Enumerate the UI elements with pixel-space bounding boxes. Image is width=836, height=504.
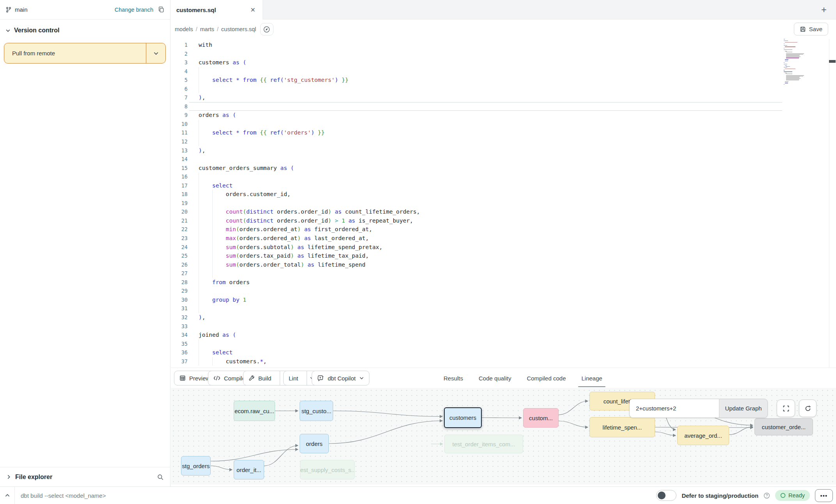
breadcrumb-file[interactable]: customers.sql [221,26,256,32]
lineage-canvas[interactable]: ecom.raw_cu...stg_custo...ordersstg_orde… [171,388,836,485]
breadcrumb-marts[interactable]: marts [200,26,214,32]
minimap-bar [784,50,792,50]
minimap-bar [784,48,785,48]
code-line[interactable]: 14 [171,155,782,164]
code-line[interactable]: 29 [171,286,782,295]
search-icon[interactable] [157,474,164,481]
code-line[interactable]: 19 [171,199,782,208]
chevron-right-icon [6,474,11,479]
code-line[interactable]: 26 sum(orders.order_total) as lifetime_s… [171,260,782,269]
code-line[interactable]: 24 sum(orders.subtotal) as lifetime_spen… [171,243,782,252]
code-line[interactable]: 23 max(orders.ordered_at) as last_ordere… [171,234,782,243]
more-options-button[interactable]: ••• [815,489,833,502]
editor-scrollbar-thumb[interactable] [829,60,836,63]
code-line[interactable]: 1with [171,41,782,50]
build-label: Build [258,375,271,382]
code-line[interactable]: 13), [171,146,782,155]
code-line[interactable]: 8 [171,102,782,111]
lineage-node-order_items[interactable]: order_it... [234,460,264,479]
code-line[interactable]: 20 count(distinct orders.order_id) as co… [171,207,782,216]
code-line[interactable]: 37 customers.*, [171,357,782,366]
lineage-node-customers[interactable]: customers [444,407,482,428]
close-icon[interactable]: ✕ [249,5,257,14]
code-line[interactable]: 28 from orders [171,278,782,287]
code-line[interactable]: 17 select [171,181,782,190]
lineage-node-customers_small[interactable]: custom... [523,408,559,428]
table-icon [179,375,186,381]
branch-name: main [15,6,28,13]
code-line[interactable]: 30 group by 1 [171,295,782,304]
panel-tab-lineage[interactable]: Lineage [581,368,602,388]
minimap[interactable] [784,39,829,86]
code-line[interactable]: 4 [171,67,782,76]
branch-header: main Change branch [0,0,170,19]
file-explorer-header[interactable]: File explorer [0,467,170,486]
breadcrumb-row: models/marts/customers.sql Save [171,19,836,39]
tab-customers-sql[interactable]: customers.sql ✕ [171,0,263,19]
update-graph-button[interactable]: Update Graph [719,399,768,418]
expand-command-bar-button[interactable] [0,487,15,504]
dbt-copilot-button[interactable]: dbt Copilot [312,371,369,386]
copy-icon[interactable] [158,6,165,13]
panel-tab-compiled-code[interactable]: Compiled code [527,368,566,388]
lint-button[interactable]: Lint [284,371,303,385]
status-badge[interactable]: Ready [775,490,810,501]
new-tab-button[interactable]: + [817,3,831,16]
breadcrumb-models[interactable]: models [175,26,193,32]
code-line[interactable]: 2 [171,50,782,58]
panel-tab-code-quality[interactable]: Code quality [479,368,511,388]
panel-tab-results[interactable]: Results [444,368,463,388]
code-line[interactable]: 21 count(distinct orders.order_id) > 1 a… [171,216,782,225]
lineage-node-customer_orders[interactable]: customer_orde... [754,418,813,435]
version-control-header[interactable]: Version control [0,24,170,37]
breadcrumb-separator: / [196,26,197,32]
code-line[interactable]: 27 [171,269,782,278]
refresh-button[interactable] [799,400,816,417]
code-line[interactable]: 12 [171,137,782,146]
code-line[interactable]: 3customers as ( [171,58,782,67]
save-button[interactable]: Save [794,23,828,35]
code-line[interactable]: 33 [171,322,782,331]
code-line[interactable]: 25 sum(orders.tax_paid) as lifetime_tax_… [171,251,782,260]
code-line[interactable]: 34joined as ( [171,331,782,340]
pull-options-caret[interactable] [146,43,165,63]
code-line[interactable]: 22 min(orders.ordered_at) as first_order… [171,225,782,234]
minimap-bar [784,44,785,44]
code-line[interactable]: 32), [171,313,782,322]
code-line[interactable]: 7), [171,93,782,102]
chevron-up-icon [5,493,10,498]
lineage-node-stg_customers[interactable]: stg_custo... [300,401,333,421]
code-line[interactable]: 10 [171,120,782,129]
code-editor[interactable]: 1with23customers as (4 5 select * from {… [171,39,836,368]
change-branch-link[interactable]: Change branch [115,7,153,13]
code-line[interactable]: 9orders as ( [171,111,782,120]
help-icon[interactable] [763,492,770,499]
lineage-node-stg_orders[interactable]: stg_orders [181,456,211,476]
lineage-node-ecom_raw[interactable]: ecom.raw_cu... [234,401,275,421]
code-line[interactable]: 15customer_orders_summary as ( [171,164,782,173]
fullscreen-button[interactable] [777,400,795,417]
defer-toggle[interactable] [656,490,676,501]
lineage-node-lifetime_spend[interactable]: lifetime_spen... [589,417,655,437]
sidebar: main Change branch Version control Pull … [0,0,170,486]
build-button[interactable]: Build [243,371,276,385]
lineage-node-test_supply[interactable]: test_supply_costs_s... [300,460,355,479]
command-input-placeholder[interactable]: dbt build --select <model_name> [21,492,106,499]
minimap-bar [784,84,785,85]
code-line[interactable]: 31 [171,304,782,313]
pull-from-remote-button[interactable]: Pull from remote [4,43,166,64]
lineage-node-average_order[interactable]: average_ord... [677,426,729,445]
code-line[interactable]: 6 [171,85,782,94]
code-line[interactable]: 11 select * from {{ ref('orders') }} [171,128,782,137]
code-line[interactable]: 5 select * from {{ ref('stg_customers') … [171,76,782,85]
code-line[interactable]: 35 [171,340,782,348]
code-line[interactable]: 36 select [171,348,782,357]
lineage-node-test_order_items[interactable]: test_order_items_com... [444,435,523,453]
code-line[interactable]: 18 orders.customer_id, [171,190,782,199]
statusbar-right: Defer to staging/production Ready ••• [656,487,833,504]
lineage-node-orders[interactable]: orders [300,434,329,453]
lineage-compass-icon[interactable] [260,23,273,35]
lineage-selector-input[interactable] [629,399,719,418]
code-line[interactable]: 16 [171,172,782,181]
git-branch-icon [5,7,12,13]
